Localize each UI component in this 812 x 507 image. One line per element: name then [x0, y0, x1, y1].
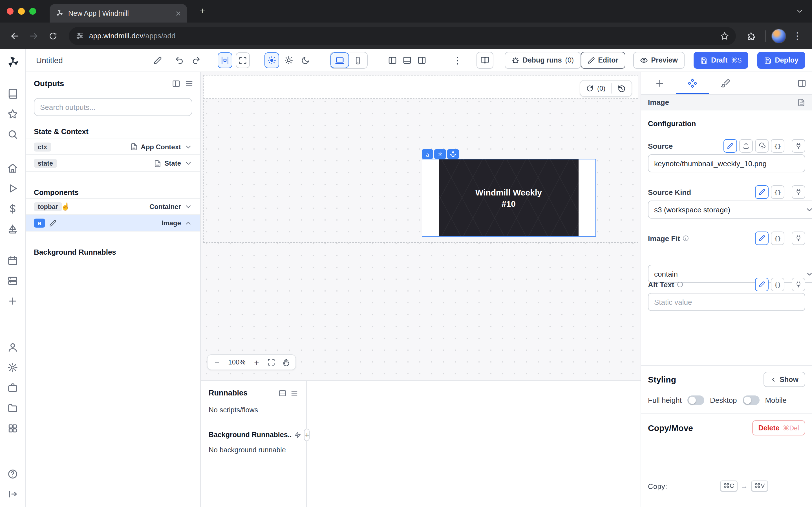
browser-tab[interactable]: New App | Windmill [50, 4, 187, 22]
forward-button[interactable] [26, 28, 42, 44]
list-view-icon[interactable] [290, 389, 298, 397]
more-menu-icon[interactable]: ⋮ [451, 53, 464, 68]
sidebar-add-icon[interactable] [4, 292, 21, 309]
selected-component-id-chip[interactable]: a [422, 149, 433, 159]
chevron-down-icon[interactable] [185, 159, 192, 167]
zoom-in-button[interactable]: + [250, 355, 263, 369]
chevron-up-icon[interactable] [185, 219, 192, 227]
sidebar-home-icon[interactable] [4, 159, 21, 176]
fullscreen-canvas-button[interactable] [236, 52, 250, 68]
search-outputs-input[interactable] [34, 98, 192, 116]
tab-insert-component[interactable] [644, 72, 676, 94]
image-fit-plug-button[interactable] [792, 231, 805, 245]
show-styling-button[interactable]: Show [763, 372, 805, 387]
delete-component-button[interactable]: Delete ⌘Del [752, 420, 805, 436]
panel-right-toggle-icon[interactable] [415, 53, 428, 68]
sidebar-schedules-icon[interactable] [4, 252, 21, 269]
alt-text-input[interactable] [648, 293, 805, 311]
sidebar-settings-gear-icon[interactable] [4, 359, 21, 376]
redo-button[interactable] [190, 53, 203, 68]
expand-component-icon[interactable] [434, 149, 446, 159]
source-kind-pencil-button[interactable] [755, 185, 769, 199]
tab-search-chevron-icon[interactable] [793, 4, 806, 18]
panel-bottom-toggle-icon[interactable] [400, 53, 414, 68]
desktop-full-height-toggle[interactable] [688, 395, 704, 405]
image-fit-braces-button[interactable]: {} [771, 231, 784, 245]
tab-styling-brush[interactable] [709, 72, 742, 94]
sidebar-jobs-briefcase-icon[interactable] [4, 379, 21, 396]
chevron-down-icon[interactable] [185, 203, 192, 210]
new-tab-button[interactable]: + [196, 4, 209, 18]
source-connect-plug-button[interactable] [792, 139, 805, 153]
alt-text-braces-button[interactable]: {} [771, 278, 784, 291]
editor-button[interactable]: Editor [580, 52, 625, 69]
image-fit-pencil-button[interactable] [755, 231, 769, 245]
add-background-runnable-button[interactable]: + [304, 429, 310, 441]
chevron-down-icon[interactable] [185, 143, 192, 151]
zoom-out-button[interactable]: − [210, 355, 224, 369]
source-template-braces-button[interactable]: {} [771, 139, 784, 153]
docs-book-button[interactable] [477, 52, 493, 69]
bookmark-star-icon[interactable] [720, 31, 729, 40]
source-upload-button[interactable] [739, 139, 753, 153]
sidebar-users-icon[interactable] [4, 339, 21, 355]
debug-runs-button[interactable]: Debug runs (0) [505, 52, 580, 69]
source-static-pencil-button[interactable] [723, 139, 737, 153]
sidebar-runs-icon[interactable] [4, 180, 21, 196]
deploy-button[interactable]: Deploy [758, 52, 805, 69]
reload-button[interactable] [45, 28, 61, 44]
alt-text-pencil-button[interactable] [755, 278, 769, 291]
mobile-full-height-toggle[interactable] [742, 395, 759, 405]
sidebar-folders-icon[interactable] [4, 399, 21, 416]
close-window-button[interactable] [7, 8, 13, 15]
sidebar-expand-icon[interactable] [4, 486, 21, 503]
zoom-window-button[interactable] [29, 8, 36, 15]
anchor-component-icon[interactable] [447, 149, 459, 159]
sidebar-help-icon[interactable] [4, 465, 21, 482]
refresh-components-button[interactable]: (0) [580, 84, 611, 93]
undo-button[interactable] [173, 53, 186, 68]
back-button[interactable] [7, 28, 22, 44]
desktop-view-button[interactable] [330, 52, 349, 68]
source-s3-cloud-button[interactable] [755, 139, 769, 153]
component-doc-icon[interactable] [797, 99, 805, 107]
profile-avatar[interactable] [771, 29, 786, 43]
sidebar-search-icon[interactable] [4, 126, 21, 143]
rename-pencil-icon[interactable] [150, 53, 165, 68]
sidebar-apps-grid-icon[interactable] [4, 420, 21, 437]
dock-bottom-icon[interactable] [278, 389, 287, 397]
output-row-ctx[interactable]: ctx App Context [26, 138, 200, 155]
source-kind-select[interactable]: s3 (workspace storage) [648, 201, 812, 219]
preview-button[interactable]: Preview [633, 52, 684, 69]
app-canvas[interactable]: a Windmill Weekly #10 (0) − 100% + [201, 72, 641, 380]
pan-hand-button[interactable] [279, 355, 293, 369]
list-view-icon[interactable] [185, 79, 193, 88]
site-settings-icon[interactable] [75, 32, 84, 40]
selected-image-component[interactable]: Windmill Weekly #10 [422, 159, 596, 237]
mobile-view-button[interactable] [349, 52, 367, 68]
browser-menu-icon[interactable]: ⋮ [790, 28, 805, 44]
source-kind-braces-button[interactable]: {} [771, 185, 784, 199]
source-kind-plug-button[interactable] [792, 185, 805, 199]
component-row-topbar[interactable]: topbar ☝ Container [26, 198, 200, 215]
windmill-logo-icon[interactable] [4, 54, 21, 70]
extensions-icon[interactable] [744, 28, 760, 44]
topbar-container[interactable] [204, 75, 638, 99]
alt-text-plug-button[interactable] [792, 278, 805, 291]
edit-pencil-icon[interactable] [49, 219, 57, 227]
theme-dark-button[interactable] [298, 52, 313, 68]
tab-close-icon[interactable] [175, 9, 182, 17]
sidebar-docs-icon[interactable] [4, 85, 21, 102]
address-bar[interactable]: app.windmill.dev/apps/add [69, 27, 736, 45]
fit-view-button[interactable] [264, 355, 278, 369]
theme-auto-button[interactable] [282, 52, 296, 68]
history-button[interactable] [612, 84, 631, 93]
collapse-panel-icon[interactable] [797, 78, 806, 88]
source-input[interactable] [648, 154, 805, 172]
sidebar-favorites-icon[interactable] [4, 105, 21, 122]
sidebar-workers-icon[interactable] [4, 272, 21, 289]
minimize-window-button[interactable] [18, 8, 25, 15]
component-row-a[interactable]: a Image [26, 215, 200, 231]
sidebar-variables-icon[interactable] [4, 200, 21, 217]
output-row-state[interactable]: state State [26, 156, 200, 172]
